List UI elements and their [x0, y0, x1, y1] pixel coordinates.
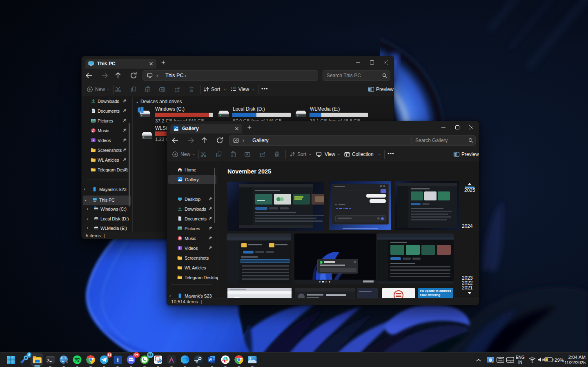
svg-text:i: i	[117, 357, 118, 363]
